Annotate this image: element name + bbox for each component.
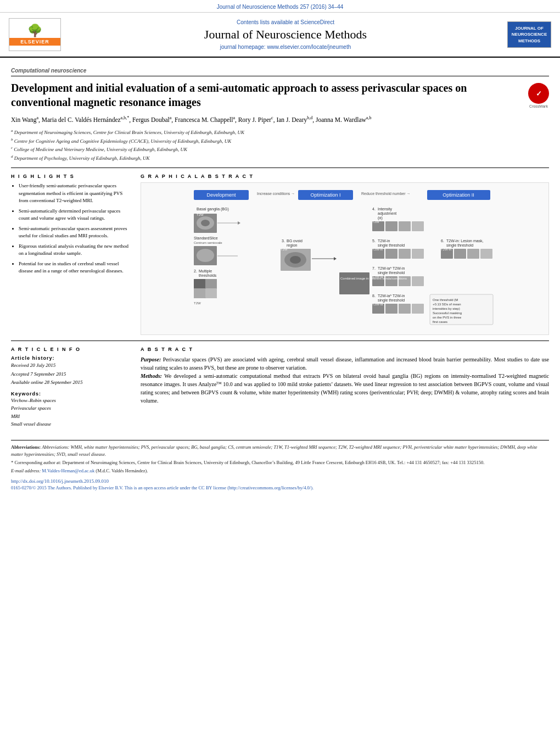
svg-text:T2W: T2W [372, 220, 379, 224]
svg-marker-77 [238, 221, 240, 225]
crossmark-badge: ✓ CrossMark [528, 83, 549, 108]
svg-rect-57 [467, 249, 479, 259]
svg-text:5.: 5. [372, 239, 376, 243]
svg-text:single threshold: single threshold [446, 243, 473, 248]
abstract-text: Purpose: Perivascular spaces (PVS) are a… [141, 355, 549, 405]
highlight-item-5: Potential for use in studies of cerebral… [19, 260, 132, 275]
elsevier-tree-icon: 🌳 [10, 25, 59, 37]
svg-rect-73 [399, 304, 411, 314]
email-footnote: E-mail address: M.Valdes-Heman@ed.ac.uk … [11, 467, 549, 475]
email-note-text: (M.d.C. Valdés Hernández). [96, 468, 148, 473]
svg-rect-58 [480, 249, 492, 259]
svg-text:8.: 8. [372, 294, 376, 298]
article-history-label: Article history: [11, 355, 132, 361]
journal-reference-text: Journal of Neuroscience Methods 257 (201… [217, 4, 344, 10]
license-line: 0165-0270/© 2015 The Authors. Published … [11, 485, 549, 490]
abbreviations-label: Abbreviations: [11, 444, 41, 450]
svg-text:adjustment: adjustment [378, 211, 396, 216]
svg-marker-34 [334, 257, 337, 260]
svg-rect-22 [205, 279, 217, 288]
email-link[interactable]: M.Valdes-Heman@ed.ac.uk [42, 468, 94, 473]
svg-text:Combined image in different bl: Combined image in different blinds/condi… [340, 277, 407, 280]
corresponding-text: * Corresponding author at: Department of… [11, 460, 484, 465]
doi-link[interactable]: http://dx.doi.org/10.1016/j.jneumeth.201… [11, 478, 109, 484]
svg-text:first cases: first cases [433, 320, 447, 323]
graphical-abstract-diagram: Development Increase conditions → Optimi… [141, 182, 549, 335]
highlight-item-4: Rigorous statistical analysis evaluating… [19, 243, 132, 258]
svg-rect-74 [412, 304, 424, 314]
svg-rect-21 [194, 279, 205, 288]
svg-text:single threshold: single threshold [378, 271, 405, 275]
highlights-list: User-friendly semi-automatic perivascula… [11, 182, 132, 275]
keyword-4: Small vessel disease [11, 420, 132, 428]
svg-text:6.: 6. [441, 239, 444, 243]
svg-text:One threshold (M: One threshold (M [433, 298, 458, 302]
abstract-methods-label: Methods: [141, 373, 162, 379]
authors-line: Xin Wanga, Maria del C. Valdés Hernández… [11, 115, 549, 125]
journal-logo-right: JOURNAL OFNEUROSCIENCEMETHODS [507, 21, 551, 48]
svg-text:T2W-ia* T2W-in: T2W-ia* T2W-in [378, 294, 405, 298]
section-tag: Computational neuroscience [11, 68, 549, 76]
journal-title: Journal of Neuroscience Methods [64, 27, 507, 42]
corresponding-footnote: * Corresponding author at: Department of… [11, 459, 549, 466]
graphical-abstract-heading: G R A P H I C A L A B S T R A C T [141, 174, 549, 179]
svg-rect-23 [194, 288, 205, 298]
email-label: E-mail address: [11, 468, 41, 473]
svg-rect-42 [412, 221, 424, 231]
paper-title: Development and initial evaluation of a … [11, 81, 522, 109]
contents-available-line: Contents lists available at ScienceDirec… [64, 19, 507, 25]
svg-text:BG ovoid: BG ovoid [287, 239, 303, 243]
license-text: 0165-0270/© 2015 The Authors. Published … [11, 485, 229, 490]
abstract-heading: A B S T R A C T [141, 347, 549, 352]
svg-text:thresholds: thresholds [199, 274, 217, 277]
highlight-item-1: User-friendly semi-automatic perivascula… [19, 182, 132, 205]
svg-text:Multiple: Multiple [199, 269, 212, 274]
svg-rect-41 [399, 221, 411, 231]
svg-rect-40 [385, 221, 397, 231]
graphical-abstract-svg: Development Increase conditions → Optimi… [145, 187, 544, 330]
main-content: Computational neuroscience Development a… [0, 58, 560, 496]
svg-text:Optimization II: Optimization II [443, 192, 474, 198]
svg-text:2.: 2. [194, 269, 197, 273]
article-received: Received 20 July 2015 [11, 362, 132, 370]
svg-text:Successful masking: Successful masking [433, 311, 462, 315]
article-info-abstract-section: A R T I C L E I N F O Article history: R… [11, 347, 549, 432]
journal-logo-box-text: JOURNAL OFNEUROSCIENCEMETHODS [507, 21, 551, 48]
keyword-1: Virchow–Robin spaces [11, 397, 132, 404]
svg-text:7.: 7. [372, 266, 376, 270]
svg-text:T2W-in: T2W-in [441, 248, 451, 251]
svg-text:intensities by step): intensities by step) [433, 307, 460, 310]
svg-text:StandardSlice: StandardSlice [194, 236, 218, 240]
license-url[interactable]: http://creativecommons.org/licenses/by/4… [229, 485, 311, 490]
highlights-column: H I G H L I G H T S User-friendly semi-a… [11, 174, 132, 335]
journal-homepage: journal homepage: www.elsevier.com/locat… [64, 44, 507, 50]
svg-text:T2W: T2W [197, 213, 204, 216]
highlights-heading: H I G H L I G H T S [11, 174, 132, 179]
svg-text:T2W-ia* T2W-in: T2W-ia* T2W-in [378, 266, 405, 270]
svg-text:4.: 4. [372, 207, 376, 211]
elsevier-brand-text: ELSEVIER [9, 38, 60, 46]
svg-rect-24 [205, 288, 217, 298]
svg-point-16 [197, 249, 214, 262]
divider-1 [11, 168, 549, 168]
svg-text:single threshold: single threshold [378, 243, 405, 248]
divider-2 [11, 341, 549, 341]
svg-text:T2W-ia: T2W-ia [372, 303, 383, 306]
abbreviations-text: Abbreviations: WMH, white matter hyperin… [11, 444, 537, 457]
svg-text:T2W-in: T2W-in [372, 248, 383, 251]
svg-rect-66 [412, 276, 424, 286]
svg-text:region: region [287, 243, 298, 248]
journal-reference-bar: Journal of Neuroscience Methods 257 (201… [0, 0, 560, 13]
abstract-purpose-label: Purpose: [141, 356, 161, 362]
article-info-column: A R T I C L E I N F O Article history: R… [11, 347, 132, 432]
svg-text:Centrum semiovale: Centrum semiovale [194, 241, 222, 244]
svg-text:(α): (α) [378, 216, 383, 220]
keyword-3: MRI [11, 412, 132, 420]
svg-text:single threshold: single threshold [378, 298, 405, 303]
svg-text:Basal ganglia (BG): Basal ganglia (BG) [197, 207, 229, 211]
abstract-purpose-text: Perivascular spaces (PVS) are associated… [141, 356, 549, 371]
abstract-methods-text: We developed a semi-automatic computatio… [141, 373, 549, 404]
affiliations: a Department of Neuroimaging Sciences, C… [11, 128, 549, 162]
svg-text:T2W-in: T2W-in [378, 239, 390, 243]
svg-text:Development: Development [206, 192, 236, 198]
